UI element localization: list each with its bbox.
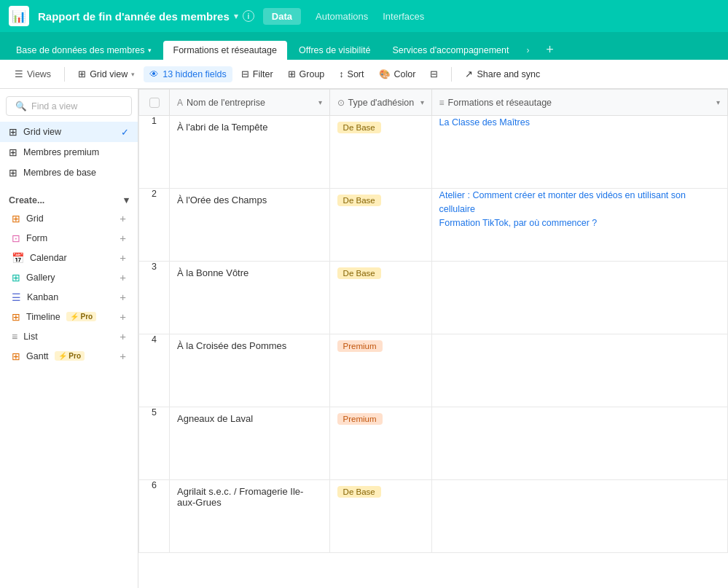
sidebar-item-grid-view[interactable]: ⊞ Grid view ✓ xyxy=(0,122,138,142)
filter-button[interactable]: ⊟ Filter xyxy=(235,66,279,82)
formation-link[interactable]: Formation TikTok, par où commencer ? xyxy=(439,216,720,230)
column-header-adhesion[interactable]: ⊙ Type d'adhésion ▾ xyxy=(329,90,431,116)
company-cell[interactable]: Agneaux de Laval xyxy=(170,407,330,480)
company-cell[interactable]: Agrilait s.e.c. / Fromagerie Ile-aux-Gru… xyxy=(170,480,330,553)
data-table: A Nom de l'entreprise ▾ ⊙ Type d'adhésio… xyxy=(138,89,728,553)
title-chevron-icon[interactable]: ▾ xyxy=(234,12,238,21)
row-number-cell: 6 xyxy=(139,480,170,553)
adhesion-badge: Premium xyxy=(337,413,383,425)
row-number-cell: 1 xyxy=(139,116,170,189)
adhesion-cell[interactable]: De Base xyxy=(329,116,431,189)
create-calendar-plus-icon[interactable]: + xyxy=(120,251,126,264)
table-row: 4À la Croisée des PommesPremium xyxy=(139,334,728,407)
interfaces-tab[interactable]: Interfaces xyxy=(383,11,424,22)
formations-cell[interactable]: Atelier : Comment créer et monter des vi… xyxy=(431,189,727,262)
title-area: Rapport de fin d'année des membres ▾ i xyxy=(38,10,254,23)
adhesion-cell[interactable]: De Base xyxy=(329,189,431,262)
formations-cell[interactable]: La Classe des Maîtres xyxy=(431,116,727,189)
formation-link[interactable]: La Classe des Maîtres xyxy=(439,116,720,130)
share-sync-button[interactable]: ↗ Share and sync xyxy=(459,66,546,82)
select-all-checkbox[interactable] xyxy=(149,98,160,108)
company-name: À l'abri de la Tempête xyxy=(177,116,322,133)
views-toggle-button[interactable]: ☰ Views xyxy=(9,66,57,82)
create-gallery-icon: ⊞ xyxy=(12,272,20,283)
create-gallery-item[interactable]: ⊞ Gallery + xyxy=(9,267,129,287)
hidden-fields-button[interactable]: 👁 13 hidden fields xyxy=(144,66,232,82)
create-grid-item[interactable]: ⊞ Grid + xyxy=(9,208,129,228)
company-cell[interactable]: À la Croisée des Pommes xyxy=(170,334,330,407)
sidebar: 🔍 Find a view ⊞ Grid view ✓ ⊞ Membres pr… xyxy=(0,89,138,588)
automations-tab[interactable]: Automations xyxy=(316,11,368,22)
info-icon[interactable]: i xyxy=(243,10,254,22)
more-tabs-button[interactable]: › xyxy=(520,41,535,60)
tab-offres[interactable]: Offres de visibilité xyxy=(289,41,380,60)
company-name: Agrilait s.e.c. / Fromagerie Ile-aux-Gru… xyxy=(177,480,322,508)
formations-cell[interactable] xyxy=(431,262,727,334)
adhesion-badge: De Base xyxy=(337,195,381,206)
tab-base-donnees[interactable]: Base de données des membres ▾ xyxy=(6,41,162,60)
create-timeline-item[interactable]: ⊞ Timeline ⚡ Pro + xyxy=(9,307,129,326)
formations-col-chevron-icon: ▾ xyxy=(716,98,720,106)
color-icon: 🎨 xyxy=(379,68,391,79)
create-gantt-item[interactable]: ⊞ Gantt ⚡ Pro + xyxy=(9,346,129,366)
share-icon: ↗ xyxy=(465,68,473,79)
create-header[interactable]: Create... ▾ xyxy=(9,195,129,205)
tab-services[interactable]: Services d'accompagnement xyxy=(382,41,519,60)
grid-view-chevron-icon: ▾ xyxy=(131,71,135,78)
company-cell[interactable]: À l'Orée des Champs xyxy=(170,189,330,262)
create-timeline-plus-icon[interactable]: + xyxy=(120,310,126,323)
create-grid-plus-icon[interactable]: + xyxy=(120,212,126,224)
adhesion-cell[interactable]: Premium xyxy=(329,407,431,480)
adhesion-cell[interactable]: Premium xyxy=(329,334,431,407)
group-button[interactable]: ⊞ Group xyxy=(282,66,331,82)
menu-icon: ☰ xyxy=(15,68,23,79)
company-cell[interactable]: À l'abri de la Tempête xyxy=(170,116,330,189)
create-form-item[interactable]: ⊡ Form + xyxy=(9,228,129,248)
toolbar-divider-1 xyxy=(64,67,65,82)
company-cell[interactable]: À la Bonne Vôtre xyxy=(170,262,330,334)
create-list-item[interactable]: ≡ List + xyxy=(9,326,129,346)
search-icon: 🔍 xyxy=(15,101,27,111)
active-check-icon: ✓ xyxy=(121,127,129,138)
create-kanban-plus-icon[interactable]: + xyxy=(120,291,126,303)
grid-view-button[interactable]: ⊞ Grid view ▾ xyxy=(72,66,141,82)
data-tab[interactable]: Data xyxy=(263,8,301,25)
company-col-chevron-icon: ▾ xyxy=(318,98,322,106)
create-calendar-item[interactable]: 📅 Calendar + xyxy=(9,248,129,267)
company-name: Agneaux de Laval xyxy=(177,407,322,424)
row-number-cell: 2 xyxy=(139,189,170,262)
create-list-plus-icon[interactable]: + xyxy=(120,330,126,342)
row-height-button[interactable]: ⊟ xyxy=(424,66,444,82)
eye-icon: 👁 xyxy=(149,69,159,79)
company-col-icon: A xyxy=(177,98,183,108)
main-layout: 🔍 Find a view ⊞ Grid view ✓ ⊞ Membres pr… xyxy=(0,89,728,588)
create-kanban-item[interactable]: ☰ Kanban + xyxy=(9,287,129,307)
sidebar-item-membres-base[interactable]: ⊞ Membres de base xyxy=(0,162,138,183)
create-gallery-plus-icon[interactable]: + xyxy=(120,271,126,283)
row-number-cell: 3 xyxy=(139,262,170,334)
table-row: 2À l'Orée des ChampsDe BaseAtelier : Com… xyxy=(139,189,728,262)
formations-cell[interactable] xyxy=(431,407,727,480)
sidebar-item-membres-premium[interactable]: ⊞ Membres premium xyxy=(0,142,138,162)
search-view-input[interactable]: 🔍 Find a view xyxy=(6,96,132,116)
table-row: 6Agrilait s.e.c. / Fromagerie Ile-aux-Gr… xyxy=(139,480,728,553)
formations-cell[interactable] xyxy=(431,480,727,553)
grid-view-icon: ⊞ xyxy=(9,126,17,138)
table-tabs-bar: Base de données des membres ▾ Formations… xyxy=(0,32,728,60)
adhesion-cell[interactable]: De Base xyxy=(329,262,431,334)
create-form-plus-icon[interactable]: + xyxy=(120,232,126,244)
column-header-company[interactable]: A Nom de l'entreprise ▾ xyxy=(170,90,330,116)
adhesion-cell[interactable]: De Base xyxy=(329,480,431,553)
formations-cell[interactable] xyxy=(431,334,727,407)
formation-link[interactable]: Atelier : Comment créer et monter des vi… xyxy=(439,189,720,216)
grid-area: A Nom de l'entreprise ▾ ⊙ Type d'adhésio… xyxy=(138,89,728,588)
color-button[interactable]: 🎨 Color xyxy=(373,66,422,82)
top-header: 📊 Rapport de fin d'année des membres ▾ i… xyxy=(0,0,728,32)
adhesion-badge: Premium xyxy=(337,340,383,352)
create-calendar-icon: 📅 xyxy=(12,252,24,264)
sort-button[interactable]: ↕ Sort xyxy=(333,66,369,82)
tab-formations[interactable]: Formations et réseautage xyxy=(163,41,287,60)
add-tab-button[interactable]: + xyxy=(539,39,560,60)
create-gantt-plus-icon[interactable]: + xyxy=(120,350,126,362)
column-header-formations[interactable]: ≡ Formations et réseautage ▾ xyxy=(431,90,727,116)
